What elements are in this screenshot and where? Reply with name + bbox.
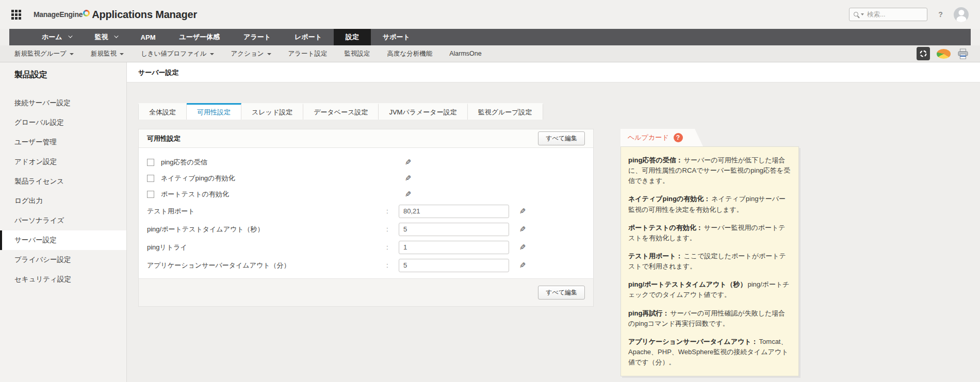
sidebar-item-security-settings[interactable]: セキュリティ設定 <box>0 270 126 289</box>
sidebar-item-user-management[interactable]: ユーザー管理 <box>0 132 126 152</box>
question-mark-icon: ? <box>674 133 683 142</box>
printer-icon[interactable] <box>957 48 969 59</box>
edit-pencil-icon[interactable]: ✎ <box>519 261 526 270</box>
edit-pencil-icon[interactable]: ✎ <box>405 190 412 199</box>
search-input[interactable] <box>867 11 919 18</box>
help-card-body: ping応答の受信：サーバーの可用性が低下した場合に、可用性属性のRCAでサーバ… <box>620 146 799 376</box>
edit-pencil-icon[interactable]: ✎ <box>519 225 526 234</box>
edit-pencil-icon[interactable]: ✎ <box>519 207 526 216</box>
panel-title: 可用性設定 <box>147 134 181 143</box>
ping-port-test-timeout-input[interactable] <box>399 223 509 236</box>
sidebar-item-global-settings[interactable]: グローバル設定 <box>0 113 126 132</box>
search-scope-caret-icon <box>861 13 864 15</box>
availability-settings-panel: 可用性設定 すべて編集 ping応答の受信 ✎ ネイティブpingの有効化 ✎ <box>138 129 594 307</box>
subnav-new-monitor[interactable]: 新規監視 <box>91 49 124 58</box>
chevron-down-icon <box>120 53 124 55</box>
nav-item-reports[interactable]: レポート <box>283 29 334 45</box>
sidebar-item-personalize[interactable]: パーソナライズ <box>0 211 126 230</box>
checkbox-receive-ping-response[interactable] <box>147 159 154 166</box>
chevron-down-icon <box>68 34 72 38</box>
sidebar-item-log-output[interactable]: ログ出力 <box>0 191 126 211</box>
brand-logo: ManageEngine Applications Manager <box>34 9 197 21</box>
subnav-new-monitor-group[interactable]: 新規監視グループ <box>14 49 74 58</box>
edit-pencil-icon[interactable]: ✎ <box>405 158 412 167</box>
user-avatar[interactable] <box>954 7 969 22</box>
sidebar-title: 製品設定 <box>0 70 126 80</box>
row-enable-port-test: ポートテストの有効化 ✎ <box>147 186 585 202</box>
subnav-threshold-profile[interactable]: しきい値プロファイル <box>141 49 214 58</box>
edit-all-button-bottom[interactable]: すべて編集 <box>538 286 585 300</box>
pie-chart-icon[interactable] <box>937 49 951 59</box>
row-application-server-timeout: アプリケーションサーバータイムアウト（分） : ✎ <box>147 256 585 274</box>
page-title: サーバー設定 <box>127 62 980 82</box>
chevron-down-icon <box>210 53 214 55</box>
manageengine-logo-text: ManageEngine <box>34 10 83 19</box>
nav-item-alerts[interactable]: アラート <box>232 29 283 45</box>
row-enable-native-ping: ネイティブpingの有効化 ✎ <box>147 170 585 186</box>
apps-grid-icon[interactable] <box>11 10 21 20</box>
help-entry: アプリケーションサーバータイムアウト：Tomcat、Apache、PHP、Web… <box>628 337 791 368</box>
checkbox-enable-native-ping[interactable] <box>147 175 154 182</box>
application-server-timeout-input[interactable] <box>399 259 509 272</box>
edit-all-button-top[interactable]: すべて編集 <box>538 131 585 145</box>
help-entry: ポートテストの有効化：サーバー監視用のポートテストを有効化します。 <box>628 223 791 243</box>
nav-item-monitor[interactable]: 監視 <box>83 29 129 45</box>
row-test-port: テスト用ポート : ✎ <box>147 202 585 220</box>
edit-pencil-icon[interactable]: ✎ <box>519 243 526 252</box>
row-receive-ping-response: ping応答の受信 ✎ <box>147 154 585 170</box>
chevron-down-icon <box>267 53 271 55</box>
help-entry: ping応答の受信：サーバーの可用性が低下した場合に、可用性属性のRCAでサーバ… <box>628 155 791 186</box>
tab-monitor-group-settings[interactable]: 監視グループ設定 <box>468 103 543 120</box>
sidebar-item-product-license[interactable]: 製品ライセンス <box>0 172 126 191</box>
edit-pencil-icon[interactable]: ✎ <box>405 174 412 183</box>
row-ping-retry: pingリトライ : ✎ <box>147 238 585 256</box>
checkbox-enable-port-test[interactable] <box>147 191 154 198</box>
search-icon <box>853 11 860 18</box>
help-card-title: ヘルプカード <box>628 133 669 142</box>
subnav-advanced-analytics[interactable]: 高度な分析機能 <box>387 49 432 58</box>
tab-database-settings[interactable]: データベース設定 <box>303 103 379 120</box>
manageengine-swirl-icon <box>83 10 90 16</box>
chevron-down-icon <box>114 34 118 38</box>
main-nav: ホーム 監視 APM ユーザー体感 アラート レポート 設定 サポート <box>9 29 971 45</box>
help-entry: テスト用ポート：ここで設定したポートがポートテストで利用されます。 <box>628 251 791 272</box>
subnav-monitor-settings[interactable]: 監視設定 <box>344 49 370 58</box>
sidebar-item-connection-server-settings[interactable]: 接続サーバー設定 <box>0 93 126 113</box>
product-name: Applications Manager <box>92 9 197 21</box>
sidebar-item-privacy-settings[interactable]: プライバシー設定 <box>0 250 126 270</box>
row-ping-port-test-timeout: ping/ポートテストタイムアウト（秒） : ✎ <box>147 220 585 238</box>
nav-item-support[interactable]: サポート <box>371 29 422 45</box>
tab-jvm-parameter-settings[interactable]: JVMパラメーター設定 <box>379 103 467 120</box>
sub-nav: 新規監視グループ 新規監視 しきい値プロファイル アクション アラート設定 監視… <box>0 45 980 62</box>
subnav-alarmsone[interactable]: AlarmsOne <box>449 50 482 57</box>
help-entry: ネイティブpingの有効化：ネイティブpingサーバー監視の可用性を決定を有効化… <box>628 194 791 214</box>
tab-thread-settings[interactable]: スレッド設定 <box>241 103 303 120</box>
tab-availability-settings[interactable]: 可用性設定 <box>187 103 241 120</box>
ping-retry-input[interactable] <box>399 241 509 254</box>
shutter-refresh-icon[interactable] <box>917 47 930 60</box>
chevron-down-icon <box>70 53 74 55</box>
settings-tabs: 全体設定 可用性設定 スレッド設定 データベース設定 JVMパラメーター設定 監… <box>138 103 980 120</box>
subnav-alert-settings[interactable]: アラート設定 <box>288 49 328 58</box>
subnav-actions[interactable]: アクション <box>231 49 271 58</box>
test-port-input[interactable] <box>399 205 509 218</box>
help-icon[interactable]: ? <box>935 9 946 21</box>
sidebar-item-addon-settings[interactable]: アドオン設定 <box>0 152 126 172</box>
help-card-tab[interactable]: ヘルプカード ? <box>620 129 703 146</box>
nav-item-apm[interactable]: APM <box>129 29 168 45</box>
help-card: ヘルプカード ? ping応答の受信：サーバーの可用性が低下した場合に、可用性属… <box>620 129 799 376</box>
help-entry: ping/ポートテストタイムアウト（秒）ping/ポートチェックでのタイムアウト… <box>628 279 791 300</box>
top-header: ManageEngine Applications Manager ? <box>0 0 980 29</box>
nav-item-home[interactable]: ホーム <box>30 29 83 45</box>
help-entry: ping再試行：サーバーの可用性確認が失敗した場合のpingコマンド再実行回数で… <box>628 308 791 329</box>
tab-global-settings[interactable]: 全体設定 <box>138 103 187 120</box>
nav-item-settings[interactable]: 設定 <box>334 29 371 45</box>
settings-sidebar: 製品設定 接続サーバー設定 グローバル設定 ユーザー管理 アドオン設定 製品ライ… <box>0 62 127 382</box>
global-search[interactable] <box>849 8 927 21</box>
nav-item-user-experience[interactable]: ユーザー体感 <box>168 29 232 45</box>
sidebar-item-server-settings[interactable]: サーバー設定 <box>0 230 126 250</box>
